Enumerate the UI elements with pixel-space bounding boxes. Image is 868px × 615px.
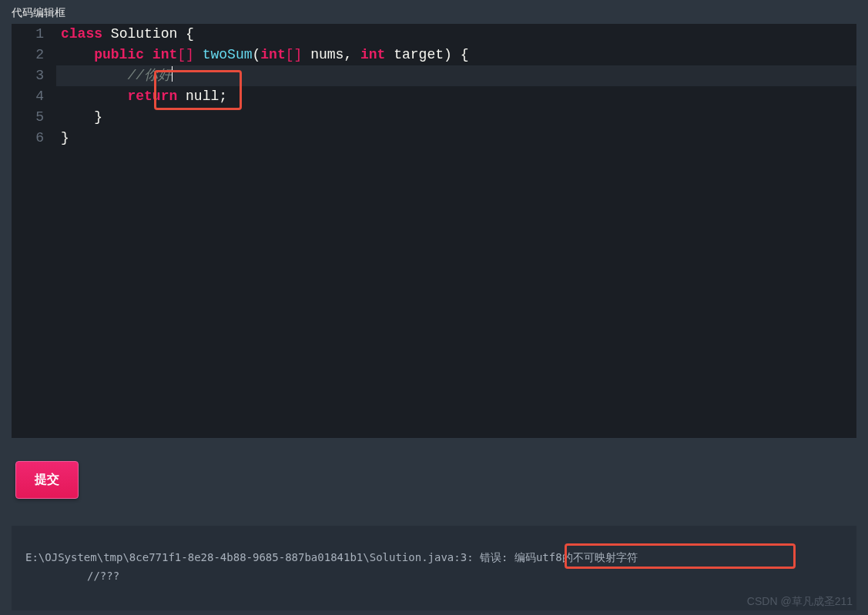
line-number: 1 [12,24,56,45]
text-cursor [172,66,173,82]
output-context-line: //??? [25,567,843,586]
output-error-line: E:\OJSystem\tmp\8ce771f1-8e28-4b88-9685-… [25,549,843,567]
output-panel: E:\OJSystem\tmp\8ce771f1-8e28-4b88-9685-… [12,526,856,610]
code-editor[interactable]: 1 class Solution { 2 public int[] twoSum… [12,24,856,438]
code-line-5[interactable]: } [56,107,856,128]
code-line-3[interactable]: //你好 [56,65,856,86]
line-number: 5 [12,107,56,128]
submit-button[interactable]: 提交 [15,461,79,499]
line-number: 2 [12,45,56,65]
editor-panel-title: 代码编辑框 [0,0,868,24]
code-line-6[interactable]: } [56,128,856,149]
code-line-1[interactable]: class Solution { [56,24,856,45]
watermark: CSDN @草凡成圣211 [747,595,853,609]
code-line-2[interactable]: public int[] twoSum(int[] nums, int targ… [56,45,856,65]
line-number: 4 [12,86,56,107]
line-number: 3 [12,65,56,86]
code-line-4[interactable]: return null; [56,86,856,107]
line-number: 6 [12,128,56,149]
